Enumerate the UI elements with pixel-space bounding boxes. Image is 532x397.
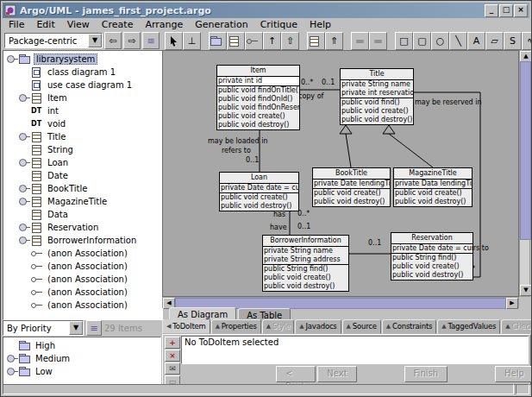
class-operation[interactable]: public void find() — [341, 98, 413, 107]
disabled-a-tool[interactable]: ▬ — [351, 32, 369, 50]
polygon-tool[interactable]: ▱ — [485, 32, 504, 50]
class-operation[interactable]: public void create() — [391, 262, 473, 271]
tab-checklist[interactable]: ▲Checklist — [501, 319, 531, 334]
tree-item-date[interactable]: Date — [5, 169, 162, 182]
tree-expander[interactable] — [7, 368, 15, 375]
tab-style[interactable]: ▲Style — [262, 319, 295, 334]
class-operation[interactable]: public void create() — [220, 193, 298, 202]
tree-item-void[interactable]: DTvoid — [5, 117, 162, 130]
tree-item--anon-association-[interactable]: (anon Association) — [5, 299, 162, 312]
class-borrowerinformation[interactable]: BorrowerInformationprivate String namepr… — [262, 235, 349, 292]
class-loan[interactable]: Loanprivate Date date = current datepubl… — [219, 172, 299, 211]
diagram-canvas[interactable]: 0..*0..1copy ofmay be loaded inrefers to… — [162, 50, 519, 297]
chevron-down-icon[interactable]: ▼ — [88, 34, 102, 47]
select-tool[interactable] — [165, 32, 183, 50]
tree-item-item[interactable]: Item — [5, 91, 162, 104]
class-magazinetitle[interactable]: MagazineTitleprivate Data lendingTime = … — [393, 167, 473, 207]
spline-tool[interactable]: S — [504, 32, 522, 50]
close-button[interactable]: × — [514, 4, 528, 17]
wizard-help-button[interactable]: Help — [495, 366, 532, 382]
tree-item-low[interactable]: Low — [5, 365, 160, 378]
class-operation[interactable]: public void destroy() — [394, 198, 472, 206]
menu-create[interactable]: Create — [96, 18, 140, 31]
tree-item-data[interactable]: Data — [5, 208, 162, 221]
title-bar[interactable]: Argo/UML - james_first_project.argo _ □ … — [3, 3, 529, 18]
rectangle-tool[interactable]: □ — [395, 32, 413, 50]
class-attribute[interactable]: private int id — [217, 77, 299, 85]
text-tool[interactable]: A — [467, 32, 485, 50]
wizard-finish-button[interactable]: Finish — [404, 366, 448, 382]
class-operation[interactable]: public void findOnReservation() — [217, 104, 299, 112]
menu-file[interactable]: File — [3, 18, 30, 31]
class-operation[interactable]: public void destroy() — [313, 198, 390, 206]
operation-arrow-tool[interactable]: ⇑ — [325, 32, 343, 50]
class-operation[interactable]: public void destroy() — [391, 271, 473, 280]
class-attribute[interactable]: private Date date = current date — [220, 184, 298, 192]
class-attribute[interactable]: private String name — [341, 80, 413, 89]
class-operation[interactable]: public void create() — [217, 112, 299, 121]
scroll-down-button[interactable]: ▼ — [520, 285, 532, 296]
tree-item--anon-association-[interactable]: (anon Association) — [5, 260, 162, 273]
tab-javadocs[interactable]: ▲Javadocs — [295, 319, 341, 334]
tree-item--anon-association-[interactable]: (anon Association) — [5, 273, 162, 286]
tree-item-use-case-diagram-1[interactable]: use case diagram 1 — [5, 79, 162, 91]
delete-todo-button[interactable]: × — [165, 350, 180, 362]
tree-expander[interactable] — [19, 224, 27, 231]
vertical-scrollbar[interactable]: ▲ ▼ — [519, 50, 530, 297]
nav-back-button[interactable]: ⇦ — [104, 32, 122, 49]
class-operation[interactable]: public void create() — [263, 274, 348, 282]
class-attribute[interactable]: private Date lendingTime = 30 — [313, 180, 390, 188]
menu-generation[interactable]: Generation — [189, 18, 253, 31]
dependency-tool[interactable]: ↑ — [263, 32, 281, 50]
todo-flat-toggle-button[interactable]: ≡ — [86, 320, 102, 336]
tree-expander[interactable] — [19, 94, 27, 102]
nav-forward-button[interactable]: ⇨ — [123, 32, 141, 49]
tree-item--anon-association-[interactable]: (anon Association) — [5, 286, 162, 299]
tree-item-string[interactable]: String — [5, 143, 162, 156]
package-tool[interactable] — [209, 32, 227, 50]
class-operation[interactable]: public void findOnTitle() — [217, 86, 299, 95]
tree-item-class-diagram-1[interactable]: class diagram 1 — [5, 66, 162, 79]
class-attribute[interactable]: private String address — [263, 255, 348, 264]
tree-item-reservation[interactable]: Reservation — [5, 221, 162, 234]
tree-expander[interactable] — [19, 198, 27, 205]
explorer-panel[interactable]: librarysystemclass diagram 1use case dia… — [3, 50, 163, 320]
tab-properties[interactable]: ▲Properties — [211, 319, 261, 334]
tab-source[interactable]: ▲Source — [342, 319, 381, 334]
class-operation[interactable]: public void destroy() — [341, 116, 413, 124]
class-operation[interactable]: public void destroy() — [217, 121, 299, 129]
class-operation[interactable]: public String find() — [263, 265, 348, 274]
class-tool[interactable] — [227, 32, 245, 50]
tree-item-borrowerinformation[interactable]: BorrowerInformation — [5, 234, 162, 247]
tree-expander[interactable] — [7, 355, 15, 362]
line-tool[interactable]: ╲ — [449, 32, 467, 50]
class-operation[interactable]: public void findOnId() — [217, 95, 299, 104]
ink-tool[interactable]: ∿ — [522, 32, 532, 50]
class-attribute[interactable]: private int reservationNumber — [341, 89, 413, 98]
broom-tool[interactable]: ⊥ — [183, 32, 201, 50]
tab-taggedvalues[interactable]: ▲TaggedValues — [437, 319, 500, 334]
class-attribute[interactable]: private String name — [263, 247, 348, 255]
class-operation[interactable]: public void destroy() — [263, 282, 348, 291]
chevron-down-icon[interactable]: ▼ — [69, 321, 83, 335]
edge-title-magazinetitle[interactable] — [389, 134, 433, 167]
menu-critique[interactable]: Critique — [254, 18, 304, 31]
tree-item-loan[interactable]: Loan — [5, 156, 162, 169]
tree-item-title[interactable]: Title — [5, 130, 162, 143]
class-operation[interactable]: public void create() — [341, 107, 413, 116]
class-reservation[interactable]: Reservationprivate Date date = current d… — [391, 232, 473, 280]
tree-item-librarysystem[interactable]: librarysystem — [5, 53, 162, 66]
tree-item-booktitle[interactable]: BookTitle — [5, 182, 162, 195]
tree-item-medium[interactable]: Medium — [5, 352, 160, 365]
class-operation[interactable]: public void destroy() — [220, 202, 298, 211]
nav-config-button[interactable]: ≡ — [142, 32, 160, 49]
tree-expander[interactable] — [19, 159, 27, 167]
tree-expander[interactable] — [7, 55, 15, 63]
class-item[interactable]: Itemprivate int idpublic void findOnTitl… — [216, 65, 300, 130]
menu-arrange[interactable]: Arrange — [139, 18, 189, 31]
tree-item--anon-association-[interactable]: (anon Association) — [5, 247, 162, 260]
tree-item-high[interactable]: High — [5, 339, 160, 352]
ellipse-tool[interactable]: ○ — [431, 32, 449, 50]
tab-todoitem[interactable]: ◀ToDoItem — [162, 319, 210, 334]
rounded-rectangle-tool[interactable]: ▢ — [413, 32, 431, 50]
